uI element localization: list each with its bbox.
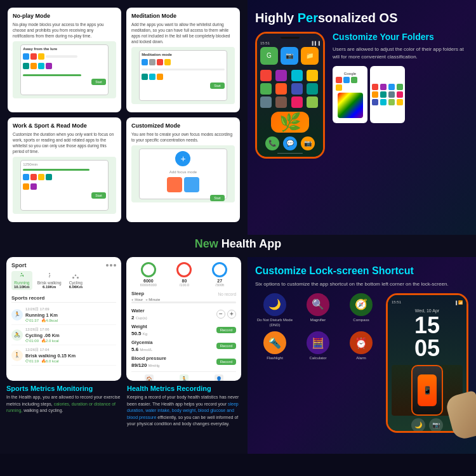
nav-my[interactable]: 👤 My [215,374,223,381]
nav-sport[interactable]: 🏃 Sport [180,374,188,381]
calculator-label: Calculator [309,356,326,361]
nav-home[interactable]: 🏠 Home [144,374,154,381]
focus-modes-panel: No-play Mode No-play mode blocks your ac… [0,0,248,235]
record-cal-3: 🔥6.0 kcal [41,359,59,363]
water-controls[interactable]: − + [216,310,236,319]
record-stats-3: ⏱01:19 🔥6.0 kcal [25,359,116,363]
running-label: Running [14,281,29,285]
compass-icon: 🧭 [350,293,373,316]
steps-label: 6000/6000 [140,283,157,287]
calories-highlight: calories, duration or distance of runnin… [6,402,116,413]
customized-desc: You are free to create your own focus mo… [131,131,235,143]
health-section-header: New Health App [0,235,476,257]
distance-ring: 27 /300ft [212,262,227,287]
sport-card-header: Sport [11,262,116,268]
sleep-note: No record [218,292,236,296]
brisk-walking-tab[interactable]: Brisk walking 6.19Km [35,271,64,290]
glycemia-label: Glycemia [131,340,152,345]
record-stats-1: ⏱01:37 🔥4.0kcal [25,318,116,322]
water-increase-btn[interactable]: + [227,310,236,319]
work-sport-card: Work & Sport & Read Mode Customize the d… [8,117,121,222]
lock-shortcut-2[interactable]: 📷 [429,418,443,432]
meditation-desc: Add the apps you want to allow the white… [131,22,235,44]
cycling-value: 6.06Km [69,285,83,289]
brisk-value: 6.19Km [43,285,56,289]
compass-label: Compass [353,318,369,323]
cycling-label: Cycling [69,281,83,285]
record-cycling-icon: 🚴 [11,329,23,341]
record-running-info: 12/26日 17:09 Running 1 Km ⏱01:37 🔥4.0kca… [25,307,116,322]
health-label: Health App [221,237,281,250]
lockscreen-section: Customize Lock-screen Shortcut Six optio… [248,257,476,454]
record-name-2: Cycling .06 Km [25,333,116,338]
health-screenshots-panel: Sport Running 10.10Km Bri [0,257,248,454]
lock-time-hours: 15 [414,312,440,338]
record-brisk-info: 12/26日 17:04 Brisk walking 0.15 Km ⏱01:1… [25,347,116,363]
no-play-screenshot: Away from the lure [13,41,116,98]
water-decrease-btn[interactable]: − [216,310,225,319]
calories-ring-visual [176,262,192,277]
sleep-row: Sleep No record + Hour + Minute [131,291,236,305]
water-value: 2 Cup(s) [131,315,147,321]
customized-screenshot: + Add focus mode Start [131,145,235,202]
meditation-card: Meditation Mode Add the apps you want to… [126,8,240,112]
work-sport-screenshot: 1250min Start [13,157,116,214]
sleep-hour-label: + Hour [131,298,143,301]
calculator-icon: 🧮 [307,331,329,354]
calories-ring: 80 /100.0 [176,262,192,287]
health-bottom-nav: 🏠 Home 🏃 Sport 👤 My [131,371,236,381]
steps-ring: 6000 6000/6000 [140,262,157,287]
sport-card: Sport Running 10.10Km Bri [6,257,121,381]
dnd-label: Do Not Disturb Mode (DND) [255,318,294,328]
health-metrics-text: Keeping a record of your body health sta… [127,394,241,428]
customized-card: Customized Mode You are free to create y… [126,117,240,222]
lock-shortcut-1[interactable]: 🌙 [411,418,425,432]
lockscreen-content: 🌙 Do Not Disturb Mode (DND) 🔍 Magnifier … [255,293,468,433]
lock-time-display: 15 05 [414,314,440,360]
folder-preview: Google [333,66,468,123]
record-stats-2: ⏱01:00 🔥2.0 kcal [25,338,116,343]
cycling-tab[interactable]: Cycling 6.06Km [67,271,85,290]
shortcut-calculator: 🧮 Calculator [298,331,338,361]
water-row: Water 2 Cup(s) − + [131,308,236,321]
weight-row: Weight 50.5 Kg Record [131,324,236,336]
phone-notch [281,37,300,39]
bp-record-btn[interactable]: Record [216,359,236,365]
record-time-1: ⏱01:37 [25,318,39,322]
app-grid-card [370,66,405,123]
record-date-1: 12/26日 17:09 [25,307,116,312]
shortcut-flashlight: 🔦 Flashlight [255,331,294,361]
personalized-section: Highly Personalized OS 15:51 ▐▐ ▐ G 📷 📁 [248,0,476,235]
record-date-2: 12/26日 17:06 [25,327,116,333]
app-grid [260,70,320,108]
glycemia-record-btn[interactable]: Record [216,343,236,349]
lock-time-status: 15:51 [392,300,401,305]
magnifier-icon: 🔍 [307,293,329,316]
folder-desc: Users are allowed to adjust the color of… [333,46,468,61]
record-cycling-info: 12/26日 17:06 Cycling .06 Km ⏱01:00 🔥2.0 … [25,327,116,343]
running-tab[interactable]: Running 10.10Km [11,271,32,290]
flashlight-label: Flashlight [267,356,283,361]
sport-title: Sport [11,262,27,268]
health-cards-row: Sport Running 10.10Km Bri [6,257,241,381]
sleep-highlight: sleep duration, water intake, body weigh… [127,402,239,420]
sports-metrics-block: Sports Metrics Monitoring In the Health … [6,385,121,428]
color-picker-mock [338,93,363,118]
record-name-1: Running 1 Km [25,312,116,318]
water-label: Water [131,308,147,314]
calories-value: 80 [182,279,187,283]
sport-menu-dots [106,264,116,267]
work-sport-title: Work & Sport & Read Mode [13,122,116,129]
lockscreen-title: Customize Lock-screen Shortcut [255,265,468,278]
weight-record-btn[interactable]: Record [216,327,236,333]
record-date-3: 12/26日 17:04 [25,347,116,353]
bp-label: Blood pressure [131,355,166,361]
new-label: New [195,237,221,250]
record-cal-1: 🔥4.0kcal [41,318,58,322]
health-metrics-block: Health Metrics Recording Keeping a recor… [127,385,241,428]
flashlight-icon: 🔦 [263,331,286,354]
brisk-walking-label: Brisk walking [37,281,62,285]
sports-metrics-text: In the Health app, you are allowed to re… [6,394,121,414]
svg-point-1 [49,273,50,274]
meditation-screenshot: Meditation mode [131,47,235,104]
